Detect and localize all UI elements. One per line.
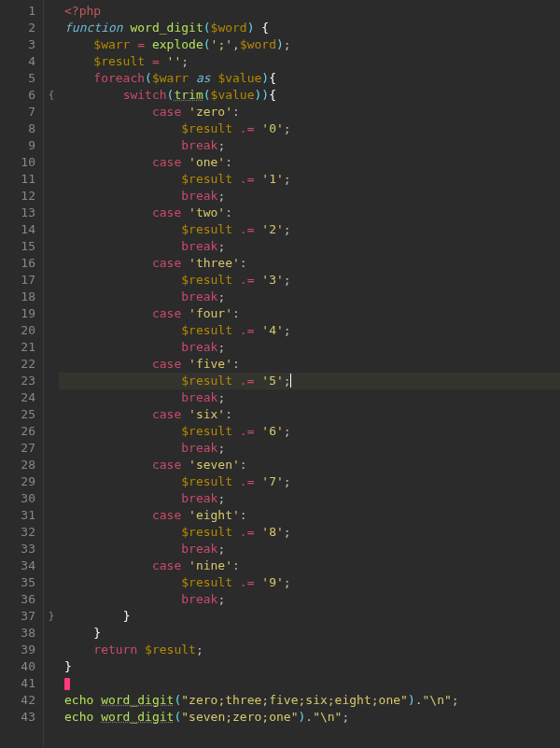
code-line[interactable]: case 'one': (64, 154, 560, 171)
code-line[interactable]: echo word_digit("zero;three;five;six;eig… (64, 692, 560, 709)
token-txt (181, 205, 189, 219)
token-str: "\n" (423, 693, 452, 707)
code-line[interactable]: function word_digit($word) { (64, 20, 560, 36)
code-line[interactable]: break; (64, 289, 560, 305)
code-area[interactable]: <?phpfunction word_digit($word) { $warr … (59, 0, 560, 748)
token-txt (232, 474, 240, 488)
code-line[interactable]: } (64, 625, 560, 642)
code-line[interactable]: echo word_digit("seven;zero;one")."\n"; (64, 709, 560, 726)
code-line[interactable]: $result = ''; (64, 53, 560, 70)
code-line[interactable] (64, 675, 560, 692)
token-txt (232, 323, 240, 337)
code-line[interactable]: foreach($warr as $value){ (64, 70, 560, 87)
token-var: $result (145, 642, 196, 656)
line-number: 13 (0, 205, 35, 221)
line-number: 23 (0, 373, 35, 389)
code-line[interactable]: case 'six': (64, 406, 560, 423)
code-line[interactable]: case 'nine': (64, 557, 560, 574)
code-line[interactable]: break; (64, 238, 560, 255)
code-line[interactable]: break; (64, 440, 560, 457)
token-str: '0' (261, 121, 283, 135)
code-line[interactable]: $result .= '5'; (64, 373, 560, 389)
code-line[interactable]: break; (64, 541, 560, 557)
code-line[interactable]: $warr = explode(';',$word); (64, 36, 560, 53)
code-line[interactable]: case 'eight': (64, 507, 560, 524)
code-line[interactable]: case 'five': (64, 356, 560, 373)
token-punc: : (232, 306, 240, 320)
code-line[interactable]: <?php (64, 3, 560, 20)
code-line[interactable]: break; (64, 188, 560, 205)
token-kw2: case (152, 105, 181, 119)
token-txt (232, 172, 240, 186)
token-var: $result (181, 273, 232, 287)
token-kw: function (64, 21, 123, 35)
token-str: '7' (261, 474, 283, 488)
token-str: 'nine' (189, 558, 232, 572)
code-line[interactable]: $result .= '9'; (64, 574, 560, 591)
token-punc: ; (217, 189, 225, 203)
token-txt (93, 710, 101, 724)
code-line[interactable]: case 'four': (64, 305, 560, 322)
token-fn: word_digit (130, 21, 203, 35)
code-line[interactable]: $result .= '0'; (64, 120, 560, 137)
code-line[interactable]: break; (64, 389, 560, 406)
code-line[interactable]: $result .= '3'; (64, 272, 560, 289)
token-var: $result (93, 54, 145, 68)
token-op: .= (240, 172, 255, 186)
token-fn: explode (152, 37, 203, 51)
line-number: 40 (0, 658, 35, 675)
token-fn: echo (64, 710, 93, 724)
code-line[interactable]: $result .= '2'; (64, 221, 560, 238)
line-number: 20 (0, 322, 35, 339)
token-spec: <?php (64, 4, 101, 18)
fold-gutter: {} (44, 0, 59, 748)
code-line[interactable]: return $result; (64, 642, 560, 658)
cursor-block (64, 678, 70, 690)
code-line[interactable]: break; (64, 490, 560, 507)
line-number-gutter: 1234567891011121314151617181920212223242… (0, 0, 44, 748)
code-line[interactable]: case 'three': (64, 255, 560, 272)
token-txt (232, 525, 240, 539)
code-line[interactable]: $result .= '1'; (64, 171, 560, 188)
line-number: 38 (0, 625, 35, 642)
token-str: '9' (261, 575, 283, 589)
token-kw2: case (152, 256, 181, 270)
token-white: } (123, 609, 131, 623)
code-line[interactable]: break; (64, 137, 560, 154)
code-line[interactable]: case 'zero': (64, 104, 560, 120)
code-line[interactable]: switch(trim($value)){ (64, 87, 560, 104)
token-str: 'six' (189, 407, 225, 421)
code-line[interactable]: break; (64, 591, 560, 608)
line-number: 21 (0, 339, 35, 356)
token-txt (181, 155, 189, 169)
code-line[interactable]: } (64, 658, 560, 675)
fold-marker: { (44, 87, 59, 104)
token-op: .= (240, 374, 255, 388)
token-str: ';' (211, 37, 232, 51)
code-line[interactable]: $result .= '7'; (64, 473, 560, 490)
token-str: 'zero' (189, 105, 232, 119)
code-line[interactable]: $result .= '4'; (64, 322, 560, 339)
text-caret (290, 374, 291, 388)
token-var: $result (181, 474, 232, 488)
code-editor[interactable]: 1234567891011121314151617181920212223242… (0, 0, 560, 748)
code-line[interactable]: case 'seven': (64, 457, 560, 473)
code-line[interactable]: $result .= '8'; (64, 524, 560, 541)
line-number: 26 (0, 423, 35, 440)
code-line[interactable]: case 'two': (64, 205, 560, 221)
code-line[interactable]: $result .= '6'; (64, 423, 560, 440)
token-punc: ; (284, 474, 291, 488)
fold-marker (44, 440, 59, 457)
code-line[interactable]: break; (64, 339, 560, 356)
token-str: "zero;three;five;six;eight;one" (181, 693, 408, 707)
token-txt (181, 357, 189, 371)
token-str: '5' (261, 374, 283, 388)
token-kw2: case (152, 407, 181, 421)
token-punc: ; (284, 172, 291, 186)
line-number: 2 (0, 20, 35, 36)
token-kw2: break (181, 340, 217, 354)
fold-marker (44, 406, 59, 423)
code-line[interactable]: } (64, 608, 560, 625)
token-var: $result (181, 525, 232, 539)
token-txt (181, 558, 189, 572)
